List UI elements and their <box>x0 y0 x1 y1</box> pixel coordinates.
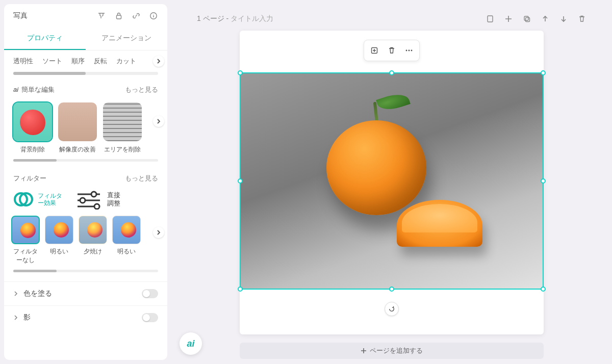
ai-thumb-upscale <box>58 102 97 141</box>
toggle-shadow[interactable]: 影 <box>4 305 167 329</box>
ai-edit-upscale[interactable]: 解像度の改善 <box>58 102 97 154</box>
plus-icon <box>361 348 367 354</box>
canvas-area: 1 ページ - タイトル入力 <box>171 0 612 364</box>
sidebar-header: 写真 <box>4 4 167 28</box>
resize-handle-mr[interactable] <box>541 178 546 184</box>
resize-handle-tm[interactable] <box>389 70 394 75</box>
chevron-right-icon <box>13 315 18 320</box>
filter-more[interactable]: もっと見る <box>125 174 158 183</box>
filter-section-head: フィルター もっと見る <box>4 171 167 186</box>
ai-thumb-erase <box>103 102 142 141</box>
sidebar-tabs: プロパティ アニメーション <box>4 28 167 50</box>
delete-object-icon[interactable] <box>385 43 399 58</box>
svg-point-7 <box>80 198 85 203</box>
filter-title: フィルター <box>13 174 46 183</box>
venn-icon <box>13 189 34 210</box>
property-subtabs: 透明性 ソート 順序 反転 カット <box>4 50 167 72</box>
svg-point-9 <box>94 204 99 209</box>
ai-edit-scrollbar[interactable] <box>13 159 158 162</box>
subtab-cut[interactable]: カット <box>116 57 136 66</box>
ai-edit-scroll-right[interactable] <box>153 116 164 127</box>
subtab-order[interactable]: 順序 <box>71 57 85 66</box>
tab-properties[interactable]: プロパティ <box>4 28 86 50</box>
ai-edit-section-head: ai簡単な編集 もっと見る <box>4 82 167 97</box>
design-page[interactable] <box>240 31 544 334</box>
subtab-transparency[interactable]: 透明性 <box>13 57 33 66</box>
svg-point-5 <box>91 192 96 197</box>
canvas-topbar: 1 ページ - タイトル入力 <box>171 14 612 23</box>
move-down-icon[interactable] <box>559 14 568 23</box>
orange-slice-graphic <box>397 200 482 247</box>
selected-image[interactable] <box>240 72 544 290</box>
svg-rect-10 <box>488 16 493 22</box>
filter-scrollbar[interactable] <box>13 270 158 272</box>
sidebar-title: 写真 <box>13 11 28 20</box>
link-icon[interactable] <box>132 11 141 20</box>
svg-point-15 <box>409 50 410 51</box>
ai-edit-more[interactable]: もっと見る <box>125 85 158 94</box>
filter-mode-row: フィルター効果 直接調整 <box>4 186 167 216</box>
rotate-handle[interactable] <box>385 302 399 316</box>
info-icon[interactable] <box>149 11 158 20</box>
new-page-icon[interactable] <box>486 14 495 23</box>
ai-edit-erase[interactable]: エリアを削除 <box>103 102 142 154</box>
filter-none[interactable]: フィルターなし <box>11 216 40 265</box>
filter-thumb-row: フィルターなし 明るい 夕焼け 明るい <box>4 216 167 270</box>
ai-assistant-button[interactable]: ai <box>180 332 202 355</box>
svg-rect-11 <box>524 16 528 20</box>
add-layer-icon[interactable] <box>367 43 381 58</box>
ai-thumb-bg-remove <box>13 102 52 141</box>
svg-point-14 <box>406 50 407 51</box>
lock-icon[interactable] <box>114 11 123 20</box>
filter-scroll-right[interactable] <box>153 227 164 238</box>
duplicate-icon[interactable] <box>522 14 531 23</box>
filter-mode-adjust[interactable]: 直接調整 <box>74 189 123 210</box>
svg-point-16 <box>411 50 413 51</box>
ai-edit-bg-remove[interactable]: 背景削除 <box>13 102 52 154</box>
resize-handle-tl[interactable] <box>238 70 243 75</box>
chevron-right-icon <box>13 291 18 296</box>
resize-handle-tr[interactable] <box>541 70 546 75</box>
add-page-button[interactable]: ページを追加する <box>240 343 544 359</box>
delete-page-icon[interactable] <box>577 14 586 23</box>
move-up-icon[interactable] <box>541 14 550 23</box>
resize-handle-br[interactable] <box>541 287 546 292</box>
svg-rect-0 <box>117 15 121 19</box>
tab-animation[interactable]: アニメーション <box>86 28 167 50</box>
orange-body-graphic <box>326 120 426 215</box>
subtab-scroll-right[interactable] <box>153 56 164 67</box>
object-toolbar <box>364 40 420 61</box>
orange-leaf-graphic <box>376 90 411 114</box>
ai-badge: ai <box>13 86 18 93</box>
filter-icon[interactable] <box>97 11 106 20</box>
subtab-flip[interactable]: 反転 <box>94 57 107 66</box>
filter-sunset[interactable]: 夕焼け <box>79 216 107 265</box>
sidebar-header-icons <box>97 11 158 20</box>
toggle-colorize[interactable]: 色を塗る <box>4 281 167 305</box>
shadow-switch[interactable] <box>142 313 158 322</box>
colorize-switch[interactable] <box>142 289 158 298</box>
filter-bright2[interactable]: 明るい <box>112 216 141 265</box>
more-options-icon[interactable] <box>402 43 416 58</box>
subtab-sort[interactable]: ソート <box>42 57 62 66</box>
add-icon[interactable] <box>504 14 513 23</box>
sliders-icon <box>74 189 103 210</box>
svg-rect-12 <box>526 18 530 22</box>
canvas-top-actions <box>486 14 586 23</box>
properties-sidebar: 写真 プロパティ アニメーション 透明性 ソート 順序 反転 カット ai簡単な… <box>4 4 167 360</box>
page-wrap <box>240 31 544 334</box>
ai-edit-row: 背景削除 解像度の改善 エリアを削除 <box>4 97 167 159</box>
resize-handle-bl[interactable] <box>238 287 243 292</box>
page-title-label[interactable]: 1 ページ - タイトル入力 <box>197 14 273 23</box>
filter-mode-effects[interactable]: フィルター効果 <box>13 189 65 210</box>
subtab-scrollbar[interactable] <box>13 72 158 75</box>
ai-edit-title: 簡単な編集 <box>21 86 55 93</box>
resize-handle-ml[interactable] <box>238 178 243 184</box>
filter-bright1[interactable]: 明るい <box>45 216 73 265</box>
resize-handle-bm[interactable] <box>389 287 394 292</box>
